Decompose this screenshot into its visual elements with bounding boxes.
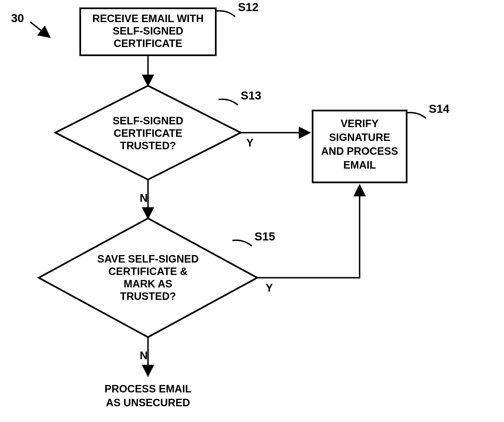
s14-line2: SIGNATURE [329,132,390,143]
s15-line2: CERTIFICATE & [108,266,188,277]
s14-line3: AND PROCESS [321,145,398,157]
s14-line4: EMAIL [343,159,376,171]
s13-line1: SELF-SIGNED [113,115,183,127]
svg-marker-3 [39,218,257,337]
s14-ref: S14 [429,102,450,115]
s13-ref: S13 [241,89,261,102]
figure-arrow [30,22,50,37]
node-s14: VERIFY SIGNATURE AND PROCESS EMAIL S14 [313,102,450,182]
s12-line1: RECEIVE EMAIL WITH [92,13,204,24]
s13-line3: TRUSTED? [120,140,176,151]
figure-label: 30 [11,12,24,25]
s15-line4: TRUSTED? [120,290,176,302]
s13-line2: CERTIFICATE [114,127,182,139]
s14-line1: VERIFY [341,118,378,129]
s15-yes-label: Y [266,282,273,294]
s15-line1: SAVE SELF-SIGNED [97,253,199,265]
s13-no-label: N [140,192,148,204]
node-s15: SAVE SELF-SIGNED CERTIFICATE & MARK AS T… [39,218,275,337]
s12-ref-curve [216,11,235,17]
node-s12: RECEIVE EMAIL WITH SELF-SIGNED CERTIFICA… [80,1,259,55]
s12-line2: SELF-SIGNED [113,25,183,37]
node-end: PROCESS EMAIL AS UNSECURED [105,383,192,408]
s15-line3: MARK AS [124,278,172,290]
s14-ref-curve [407,112,426,118]
node-s13: SELF-SIGNED CERTIFICATE TRUSTED? S13 [55,86,261,180]
s15-ref: S15 [254,230,275,243]
s15-ref-curve [232,240,252,246]
s12-line3: CERTIFICATE [114,38,182,49]
flowchart: 30 RECEIVE EMAIL WITH SELF-SIGNED CERTIF… [0,0,504,422]
end-line2: AS UNSECURED [106,397,190,408]
s13-yes-label: Y [246,137,254,149]
s12-ref: S12 [238,1,259,14]
s15-no-label: N [140,349,148,361]
s13-ref-curve [219,99,238,105]
end-line1: PROCESS EMAIL [105,383,192,395]
